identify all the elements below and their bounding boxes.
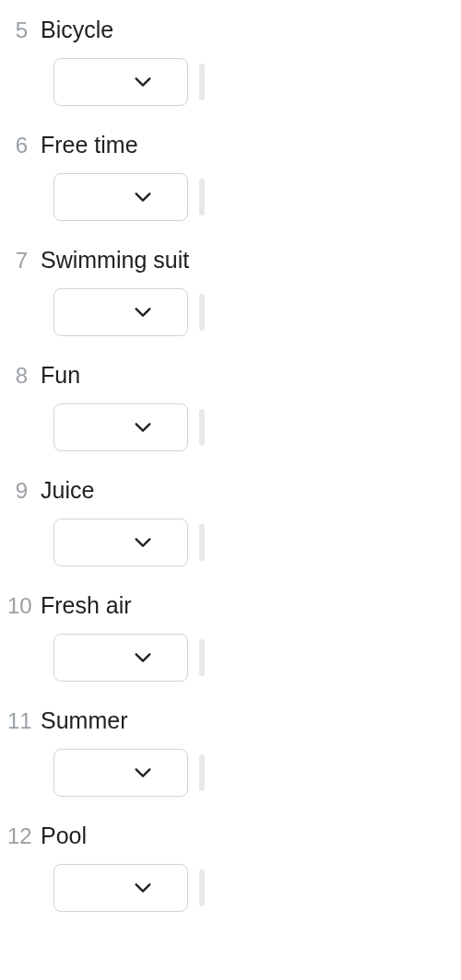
answer-dropdown[interactable] [53,519,188,566]
question-item: 7 Swimming suit [0,247,461,336]
question-number: 9 [7,478,41,504]
question-item: 8 Fun [0,362,461,451]
chevron-down-icon [133,763,153,783]
control-row [7,173,461,221]
question-label: Swimming suit [41,247,189,274]
question-label: Free time [41,132,138,158]
question-label: Fresh air [41,592,132,619]
question-label: Fun [41,362,80,389]
status-marker [199,524,205,561]
question-header: 10 Fresh air [7,592,461,619]
question-number: 6 [7,133,41,158]
control-row [7,403,461,451]
control-row [7,58,461,106]
answer-dropdown[interactable] [53,634,188,682]
control-row [7,634,461,682]
question-header: 9 Juice [7,477,461,504]
question-header: 6 Free time [7,132,461,158]
status-marker [199,64,205,100]
answer-dropdown[interactable] [53,403,188,451]
question-header: 12 Pool [7,822,461,849]
status-marker [199,179,205,216]
status-marker [199,869,205,906]
chevron-down-icon [133,417,153,438]
question-number: 12 [7,823,41,849]
question-number: 7 [7,248,41,274]
question-header: 11 Summer [7,707,461,734]
question-label: Pool [41,822,87,849]
question-number: 11 [7,708,41,734]
question-item: 11 Summer [0,707,461,797]
question-label: Summer [41,707,127,734]
chevron-down-icon [133,878,153,898]
question-header: 5 Bicycle [7,17,461,43]
question-item: 9 Juice [0,477,461,566]
question-item: 5 Bicycle [0,17,461,106]
control-row [7,288,461,336]
status-marker [199,639,205,676]
question-item: 12 Pool [0,822,461,912]
question-label: Juice [41,477,94,504]
question-number: 5 [7,18,41,43]
question-label: Bicycle [41,17,113,43]
chevron-down-icon [133,648,153,668]
status-marker [199,754,205,791]
control-row [7,749,461,797]
answer-dropdown[interactable] [53,749,188,797]
chevron-down-icon [133,532,153,553]
control-row [7,864,461,912]
question-item: 10 Fresh air [0,592,461,682]
question-list: 5 Bicycle 6 Free time 7 Swimming suit [0,0,461,912]
control-row [7,519,461,566]
question-number: 8 [7,363,41,389]
chevron-down-icon [133,187,153,207]
question-number: 10 [7,593,41,619]
chevron-down-icon [133,72,153,92]
answer-dropdown[interactable] [53,173,188,221]
question-item: 6 Free time [0,132,461,221]
answer-dropdown[interactable] [53,288,188,336]
status-marker [199,294,205,331]
question-header: 7 Swimming suit [7,247,461,274]
answer-dropdown[interactable] [53,864,188,912]
status-marker [199,409,205,446]
question-header: 8 Fun [7,362,461,389]
answer-dropdown[interactable] [53,58,188,106]
chevron-down-icon [133,302,153,322]
